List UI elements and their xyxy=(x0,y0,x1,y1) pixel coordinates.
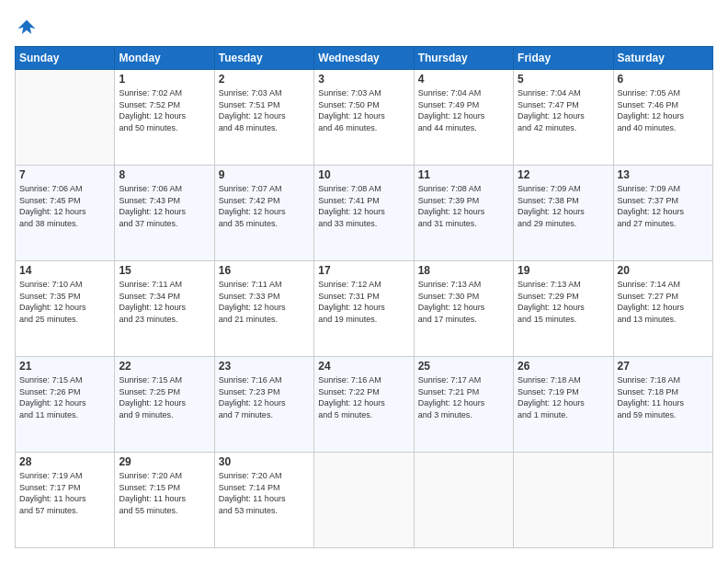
calendar-cell: 16Sunrise: 7:11 AMSunset: 7:33 PMDayligh… xyxy=(214,261,313,357)
day-info: Sunrise: 7:17 AMSunset: 7:21 PMDaylight:… xyxy=(418,374,509,420)
logo xyxy=(15,15,39,37)
calendar-cell xyxy=(314,453,414,548)
calendar-week-row: 28Sunrise: 7:19 AMSunset: 7:17 PMDayligh… xyxy=(16,453,713,548)
calendar-cell xyxy=(514,453,613,548)
day-number: 8 xyxy=(119,168,210,181)
day-number: 7 xyxy=(19,168,110,181)
calendar-cell: 26Sunrise: 7:18 AMSunset: 7:19 PMDayligh… xyxy=(514,357,613,453)
day-info: Sunrise: 7:09 AMSunset: 7:37 PMDaylight:… xyxy=(618,183,709,229)
calendar-cell: 1Sunrise: 7:02 AMSunset: 7:52 PMDaylight… xyxy=(115,70,214,166)
day-info: Sunrise: 7:07 AMSunset: 7:42 PMDaylight:… xyxy=(219,183,310,229)
calendar-week-row: 14Sunrise: 7:10 AMSunset: 7:35 PMDayligh… xyxy=(16,261,713,357)
day-info: Sunrise: 7:03 AMSunset: 7:51 PMDaylight:… xyxy=(219,87,310,133)
day-info: Sunrise: 7:18 AMSunset: 7:19 PMDaylight:… xyxy=(518,374,609,420)
day-number: 19 xyxy=(518,264,609,277)
calendar-cell: 10Sunrise: 7:08 AMSunset: 7:41 PMDayligh… xyxy=(314,166,414,261)
day-number: 29 xyxy=(119,455,210,468)
day-info: Sunrise: 7:04 AMSunset: 7:47 PMDaylight:… xyxy=(518,87,609,133)
col-header-wednesday: Wednesday xyxy=(314,47,414,70)
calendar-cell: 3Sunrise: 7:03 AMSunset: 7:50 PMDaylight… xyxy=(314,70,414,166)
page-header xyxy=(15,15,713,37)
calendar-cell: 11Sunrise: 7:08 AMSunset: 7:39 PMDayligh… xyxy=(414,166,513,261)
calendar-cell xyxy=(414,453,513,548)
calendar-cell: 7Sunrise: 7:06 AMSunset: 7:45 PMDaylight… xyxy=(16,166,115,261)
day-info: Sunrise: 7:02 AMSunset: 7:52 PMDaylight:… xyxy=(119,87,210,133)
day-info: Sunrise: 7:20 AMSunset: 7:15 PMDaylight:… xyxy=(119,470,210,516)
day-info: Sunrise: 7:13 AMSunset: 7:29 PMDaylight:… xyxy=(518,279,609,325)
calendar-cell: 12Sunrise: 7:09 AMSunset: 7:38 PMDayligh… xyxy=(514,166,613,261)
day-number: 21 xyxy=(19,360,110,373)
day-number: 18 xyxy=(418,264,509,277)
day-number: 16 xyxy=(219,264,310,277)
calendar-cell: 27Sunrise: 7:18 AMSunset: 7:18 PMDayligh… xyxy=(613,357,712,453)
calendar-cell: 5Sunrise: 7:04 AMSunset: 7:47 PMDaylight… xyxy=(514,70,613,166)
day-number: 9 xyxy=(219,168,310,181)
col-header-saturday: Saturday xyxy=(613,47,712,70)
day-info: Sunrise: 7:11 AMSunset: 7:34 PMDaylight:… xyxy=(119,279,210,325)
calendar-cell: 25Sunrise: 7:17 AMSunset: 7:21 PMDayligh… xyxy=(414,357,513,453)
day-number: 1 xyxy=(119,73,210,86)
logo-bird-icon xyxy=(17,17,37,37)
col-header-monday: Monday xyxy=(115,47,214,70)
calendar-cell: 17Sunrise: 7:12 AMSunset: 7:31 PMDayligh… xyxy=(314,261,414,357)
day-number: 25 xyxy=(418,360,509,373)
day-number: 23 xyxy=(219,360,310,373)
col-header-tuesday: Tuesday xyxy=(214,47,313,70)
day-info: Sunrise: 7:16 AMSunset: 7:23 PMDaylight:… xyxy=(219,374,310,420)
day-info: Sunrise: 7:15 AMSunset: 7:25 PMDaylight:… xyxy=(119,374,210,420)
calendar-cell: 18Sunrise: 7:13 AMSunset: 7:30 PMDayligh… xyxy=(414,261,513,357)
day-info: Sunrise: 7:06 AMSunset: 7:43 PMDaylight:… xyxy=(119,183,210,229)
day-number: 2 xyxy=(219,73,310,86)
day-info: Sunrise: 7:13 AMSunset: 7:30 PMDaylight:… xyxy=(418,279,509,325)
calendar-cell: 15Sunrise: 7:11 AMSunset: 7:34 PMDayligh… xyxy=(115,261,214,357)
calendar-cell: 14Sunrise: 7:10 AMSunset: 7:35 PMDayligh… xyxy=(16,261,115,357)
col-header-friday: Friday xyxy=(514,47,613,70)
calendar-header-row: SundayMondayTuesdayWednesdayThursdayFrid… xyxy=(16,47,713,70)
day-info: Sunrise: 7:08 AMSunset: 7:41 PMDaylight:… xyxy=(318,183,409,229)
day-info: Sunrise: 7:19 AMSunset: 7:17 PMDaylight:… xyxy=(19,470,110,516)
day-number: 17 xyxy=(318,264,409,277)
day-info: Sunrise: 7:06 AMSunset: 7:45 PMDaylight:… xyxy=(19,183,110,229)
day-info: Sunrise: 7:16 AMSunset: 7:22 PMDaylight:… xyxy=(318,374,409,420)
day-number: 5 xyxy=(518,73,609,86)
day-number: 12 xyxy=(518,168,609,181)
day-number: 30 xyxy=(219,455,310,468)
day-info: Sunrise: 7:20 AMSunset: 7:14 PMDaylight:… xyxy=(219,470,310,516)
calendar-cell: 29Sunrise: 7:20 AMSunset: 7:15 PMDayligh… xyxy=(115,453,214,548)
day-info: Sunrise: 7:10 AMSunset: 7:35 PMDaylight:… xyxy=(19,279,110,325)
calendar-cell: 21Sunrise: 7:15 AMSunset: 7:26 PMDayligh… xyxy=(16,357,115,453)
calendar-cell: 20Sunrise: 7:14 AMSunset: 7:27 PMDayligh… xyxy=(613,261,712,357)
day-info: Sunrise: 7:14 AMSunset: 7:27 PMDaylight:… xyxy=(618,279,709,325)
day-info: Sunrise: 7:08 AMSunset: 7:39 PMDaylight:… xyxy=(418,183,509,229)
day-number: 15 xyxy=(119,264,210,277)
calendar-week-row: 21Sunrise: 7:15 AMSunset: 7:26 PMDayligh… xyxy=(16,357,713,453)
calendar-cell: 28Sunrise: 7:19 AMSunset: 7:17 PMDayligh… xyxy=(16,453,115,548)
calendar-cell: 6Sunrise: 7:05 AMSunset: 7:46 PMDaylight… xyxy=(613,70,712,166)
day-number: 22 xyxy=(119,360,210,373)
day-number: 11 xyxy=(418,168,509,181)
day-number: 27 xyxy=(618,360,709,373)
day-info: Sunrise: 7:04 AMSunset: 7:49 PMDaylight:… xyxy=(418,87,509,133)
day-number: 4 xyxy=(418,73,509,86)
calendar-week-row: 7Sunrise: 7:06 AMSunset: 7:45 PMDaylight… xyxy=(16,166,713,261)
col-header-thursday: Thursday xyxy=(414,47,513,70)
day-number: 28 xyxy=(19,455,110,468)
calendar-cell: 4Sunrise: 7:04 AMSunset: 7:49 PMDaylight… xyxy=(414,70,513,166)
calendar-cell: 13Sunrise: 7:09 AMSunset: 7:37 PMDayligh… xyxy=(613,166,712,261)
day-number: 3 xyxy=(318,73,409,86)
day-info: Sunrise: 7:15 AMSunset: 7:26 PMDaylight:… xyxy=(19,374,110,420)
calendar-cell: 9Sunrise: 7:07 AMSunset: 7:42 PMDaylight… xyxy=(214,166,313,261)
day-number: 14 xyxy=(19,264,110,277)
day-info: Sunrise: 7:05 AMSunset: 7:46 PMDaylight:… xyxy=(618,87,709,133)
calendar-week-row: 1Sunrise: 7:02 AMSunset: 7:52 PMDaylight… xyxy=(16,70,713,166)
day-number: 10 xyxy=(318,168,409,181)
calendar-cell xyxy=(613,453,712,548)
col-header-sunday: Sunday xyxy=(16,47,115,70)
calendar-cell: 8Sunrise: 7:06 AMSunset: 7:43 PMDaylight… xyxy=(115,166,214,261)
day-info: Sunrise: 7:11 AMSunset: 7:33 PMDaylight:… xyxy=(219,279,310,325)
day-number: 20 xyxy=(618,264,709,277)
day-number: 6 xyxy=(618,73,709,86)
day-number: 24 xyxy=(318,360,409,373)
day-info: Sunrise: 7:09 AMSunset: 7:38 PMDaylight:… xyxy=(518,183,609,229)
calendar-table: SundayMondayTuesdayWednesdayThursdayFrid… xyxy=(15,46,713,548)
